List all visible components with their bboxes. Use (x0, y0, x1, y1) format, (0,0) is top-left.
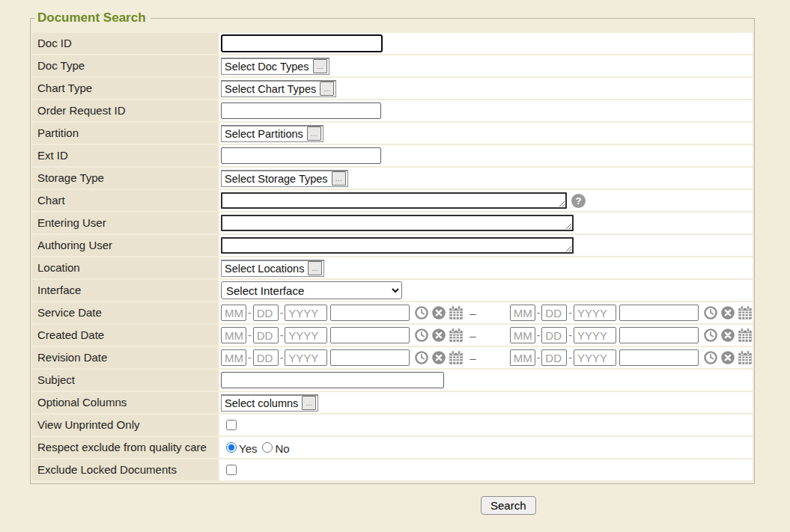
chart-help-icon[interactable]: ? (571, 194, 586, 208)
authoring-user-textarea[interactable] (221, 237, 574, 254)
date-part-separator: - (568, 307, 572, 319)
document-search-panel: Document Search Doc ID Doc Type Select D… (30, 10, 755, 484)
optional-columns-label: Optional Columns (32, 392, 218, 413)
optional-columns-picker[interactable]: Select columns ... (221, 394, 318, 412)
order-request-id-label: Order Request ID (32, 100, 218, 121)
service-date-to-day-input[interactable] (541, 305, 567, 321)
created-date-from-day-input[interactable] (253, 327, 279, 343)
row-optional-columns: Optional Columns Select columns ... (32, 392, 753, 413)
view-unprinted-only-label: View Unprinted Only (32, 415, 218, 435)
created-date-from-year-input[interactable] (285, 327, 327, 343)
service-date-to-calendar-icon[interactable] (738, 305, 753, 320)
storage-type-picker[interactable]: Select Storage Types ... (221, 170, 348, 187)
panel-title: Document Search (35, 10, 151, 25)
optional-columns-cell: Select columns ... (219, 392, 753, 413)
row-revision-date: Revision Date - - – - - (32, 347, 753, 368)
revision-date-from-day-input[interactable] (253, 349, 279, 366)
service-date-from-calendar-icon[interactable] (449, 305, 464, 320)
row-doc-id: Doc ID (32, 33, 753, 54)
location-picker[interactable]: Select Locations ... (221, 260, 324, 277)
doc-id-input[interactable] (221, 34, 383, 52)
revision-date-to-day-input[interactable] (541, 349, 567, 366)
revision-date-to-group: - - (510, 349, 753, 366)
service-date-to-clock-icon[interactable] (703, 305, 718, 320)
created-date-from-calendar-icon[interactable] (449, 328, 464, 343)
revision-date-to-time-input[interactable] (619, 349, 699, 366)
view-unprinted-only-checkbox[interactable] (226, 420, 237, 430)
service-date-from-clock-icon[interactable] (414, 305, 429, 320)
created-date-label: Created Date (32, 325, 218, 346)
created-date-from-clear-icon[interactable] (431, 328, 446, 343)
created-date-to-calendar-icon[interactable] (738, 328, 753, 343)
entering-user-textarea[interactable] (221, 215, 574, 231)
revision-date-to-year-input[interactable] (574, 349, 616, 366)
interface-cell: Select Interface (219, 280, 753, 301)
service-date-from-clear-icon[interactable] (431, 305, 446, 320)
service-date-from-year-input[interactable] (285, 305, 327, 321)
revision-date-to-clear-icon[interactable] (720, 350, 735, 365)
doc-type-picker[interactable]: Select Doc Types ... (221, 58, 329, 75)
created-date-from-group: - - (221, 327, 464, 343)
date-part-separator: - (537, 352, 541, 364)
created-date-from-month-input[interactable] (221, 327, 246, 343)
created-date-from-time-input[interactable] (330, 327, 410, 343)
revision-date-to-calendar-icon[interactable] (738, 350, 753, 365)
revision-date-from-clock-icon[interactable] (414, 350, 429, 365)
revision-date-from-calendar-icon[interactable] (449, 350, 464, 365)
date-part-separator: - (248, 307, 252, 319)
created-date-to-day-input[interactable] (541, 327, 567, 343)
search-button[interactable]: Search (481, 496, 536, 515)
chart-type-picker-label: Select Chart Types (225, 83, 316, 95)
service-date-from-time-input[interactable] (330, 305, 410, 321)
chart-cell: ? (219, 190, 753, 211)
chart-type-picker[interactable]: Select Chart Types ... (221, 80, 336, 97)
revision-date-from-clear-icon[interactable] (431, 350, 446, 365)
doc-type-picker-label: Select Doc Types (225, 61, 309, 73)
created-date-to-month-input[interactable] (510, 327, 535, 343)
service-date-to-time-input[interactable] (619, 305, 699, 321)
service-date-from-day-input[interactable] (253, 305, 279, 321)
service-date-to-clear-icon[interactable] (720, 305, 735, 320)
date-part-separator: - (537, 307, 541, 319)
created-date-to-clear-icon[interactable] (720, 328, 735, 343)
revision-date-from-month-input[interactable] (221, 349, 246, 366)
revision-date-to-clock-icon[interactable] (703, 350, 718, 365)
revision-date-from-year-input[interactable] (285, 349, 327, 366)
date-part-separator: - (248, 352, 252, 364)
optional-columns-browse-button[interactable]: ... (302, 396, 316, 410)
doc-id-label: Doc ID (32, 33, 218, 54)
partition-picker-label: Select Partitions (225, 128, 303, 140)
date-part-separator: - (280, 307, 284, 319)
respect-exclude-yes-radio[interactable] (226, 442, 237, 453)
partition-picker[interactable]: Select Partitions ... (221, 125, 323, 142)
location-label: Location (32, 257, 218, 278)
service-date-label: Service Date (32, 302, 218, 323)
created-date-to-time-input[interactable] (619, 327, 699, 343)
ext-id-input[interactable] (221, 147, 381, 164)
doc-type-browse-button[interactable]: ... (313, 59, 327, 73)
partition-cell: Select Partitions ... (219, 123, 753, 144)
row-chart-type: Chart Type Select Chart Types ... (32, 78, 753, 99)
service-date-to-month-input[interactable] (510, 305, 535, 321)
order-request-id-input[interactable] (221, 103, 381, 119)
exclude-locked-checkbox[interactable] (226, 465, 237, 475)
row-authoring-user: Authoring User (32, 235, 753, 256)
service-date-from-month-input[interactable] (221, 305, 246, 321)
authoring-user-label: Authoring User (32, 235, 218, 256)
partition-browse-button[interactable]: ... (307, 126, 321, 141)
row-chart: Chart ? (32, 190, 753, 211)
revision-date-to-month-input[interactable] (510, 349, 535, 366)
subject-input[interactable] (221, 372, 444, 388)
respect-exclude-no-radio[interactable] (262, 442, 273, 453)
created-date-from-clock-icon[interactable] (414, 328, 429, 343)
created-date-to-clock-icon[interactable] (703, 328, 718, 343)
location-browse-button[interactable]: ... (308, 261, 322, 275)
service-date-to-year-input[interactable] (574, 305, 616, 321)
chart-textarea[interactable] (221, 192, 567, 209)
created-date-to-year-input[interactable] (574, 327, 616, 343)
revision-date-from-time-input[interactable] (330, 349, 410, 366)
storage-type-browse-button[interactable]: ... (332, 171, 346, 186)
date-part-separator: - (537, 329, 541, 341)
interface-select[interactable]: Select Interface (221, 281, 402, 299)
chart-type-browse-button[interactable]: ... (320, 82, 334, 96)
